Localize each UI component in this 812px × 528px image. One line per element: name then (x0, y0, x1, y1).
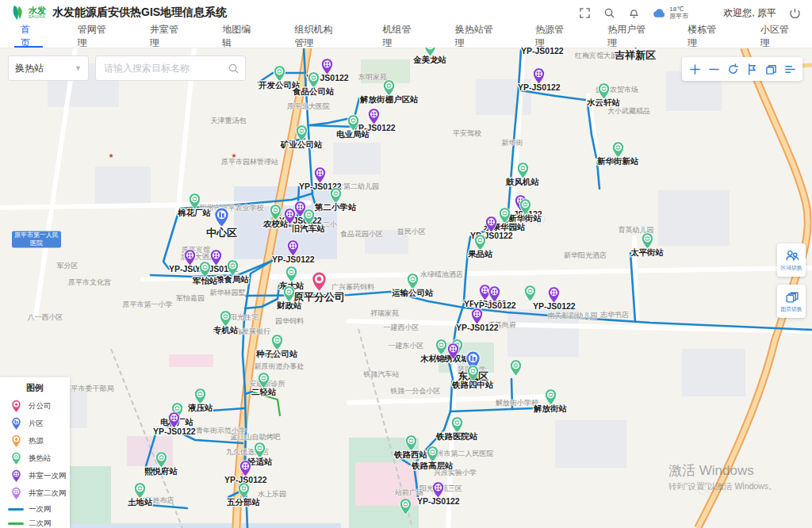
map-marker-station[interactable]: 粮食局站 (216, 259, 249, 285)
nav-tab[interactable]: 井室管理 (129, 25, 201, 48)
map-marker-well1[interactable]: YP-JS0122 (224, 460, 267, 484)
map-marker-station[interactable]: 电业局站 (336, 114, 370, 140)
map-marker-station[interactable] (399, 498, 412, 515)
map-marker-station[interactable]: 五分部站 (227, 482, 260, 508)
layer-list-button[interactable] (781, 60, 799, 78)
map-marker-station[interactable]: 果品站 (468, 234, 493, 260)
region-switch-button[interactable]: 区域切换 (777, 243, 806, 277)
map-marker-station[interactable]: 熙悦府站 (144, 451, 178, 477)
nav-tab[interactable]: 小区管理 (740, 25, 812, 48)
map-marker-station[interactable]: 水云轩站 (587, 82, 620, 109)
search-category-select[interactable]: 换热站 ▼ (8, 55, 89, 81)
map-marker-well1[interactable]: YP-JS0122 (533, 286, 576, 311)
basemap-label: 天津重汤包 (211, 116, 247, 126)
map-marker-station[interactable]: 金美龙站 (413, 48, 446, 66)
zoom-in-button[interactable] (686, 60, 703, 78)
map-marker-station[interactable]: 专机站 (213, 310, 239, 336)
map-marker-station[interactable]: 食品公司站 (293, 71, 335, 98)
map-marker-station[interactable]: 财政站 (277, 285, 302, 312)
layer-switch-button[interactable]: 图层切换 (777, 285, 806, 318)
logo: 水发 SHUIFA (11, 5, 46, 21)
legend-item: 井室一次网 (0, 467, 70, 484)
reset-view-button[interactable] (724, 60, 741, 78)
logout-icon[interactable] (789, 7, 801, 19)
map-marker-station[interactable] (509, 359, 523, 377)
basemap-label: 一建东小区 (389, 341, 424, 351)
map-marker-station[interactable]: 种子公司站 (256, 334, 298, 360)
legend-station-icon (8, 452, 24, 465)
map-marker-station[interactable]: 铁路医院站 (436, 416, 478, 442)
bell-icon[interactable] (628, 7, 640, 19)
map-marker-well1[interactable]: YP-JS0122 (518, 67, 561, 92)
legend-line-icon (8, 522, 24, 525)
nav-tab[interactable]: 组织机构管理 (274, 25, 362, 48)
map-marker-station[interactable]: 铁路四中站 (452, 365, 494, 391)
marker-label: 五分部站 (227, 497, 260, 508)
map-marker-station[interactable]: 土地站 (128, 482, 153, 508)
basemap-label: 新原街道办事处 (255, 362, 304, 372)
nav-tab[interactable]: 地图编辑 (201, 25, 274, 48)
map-marker-well1[interactable]: YP-JS0122 (473, 285, 516, 310)
people-icon (785, 249, 799, 262)
map-marker-station[interactable]: 新华街新站 (597, 141, 639, 167)
map-marker-station[interactable]: 矿业公司站 (281, 124, 323, 151)
map-toolbar (682, 57, 802, 81)
map-marker-station[interactable]: 解放街棚户区站 (360, 79, 419, 105)
map-marker-station[interactable]: 鼓风机站 (506, 162, 539, 188)
measure-button[interactable] (743, 60, 760, 78)
map-marker-well1[interactable]: YP-JS0122 (521, 48, 564, 55)
nav-tab[interactable]: 管网管理 (57, 25, 129, 48)
map-canvas[interactable]: 妙峰寺东明家苑原平北大医院天津重汤包红梅宾馆大厦盛美农贸市场大小武藏精品平安驾校… (0, 48, 812, 528)
legend-item-label: 片区 (29, 419, 44, 429)
nav-tab[interactable]: 楼栋管理 (667, 25, 739, 48)
nav-tab[interactable]: 机组管理 (362, 25, 435, 48)
marker-label: YP-JS0122 (518, 82, 561, 92)
marker-label: 解放街棚户区站 (360, 94, 419, 105)
map-marker-station[interactable]: 军怡站 (193, 261, 218, 287)
nav-tab[interactable]: 热源管理 (515, 25, 587, 48)
map-marker-station[interactable]: 二轻站 (251, 372, 277, 398)
nav-tab[interactable]: 热用户管理 (587, 25, 667, 48)
layers-icon (765, 63, 777, 75)
marker-label: 铁路医院站 (436, 431, 478, 442)
marker-label: 中心区 (206, 226, 237, 240)
map-marker-well1[interactable]: YP-JS0122 (417, 481, 460, 506)
map-marker-station[interactable]: 解放街站 (534, 388, 567, 415)
search-icon[interactable] (228, 63, 239, 74)
map-marker-station[interactable]: 铁路高层站 (412, 446, 454, 472)
map-marker-district[interactable]: 中心区 (206, 207, 237, 240)
marker-label: YP-JS0122 (456, 323, 499, 332)
stack-icon (785, 290, 799, 304)
map-marker-well1[interactable]: YP-JS0122 (456, 308, 499, 332)
zoom-out-button[interactable] (705, 60, 722, 78)
basemap-label: 原平市第一小学 (123, 300, 173, 310)
layer-list-icon (784, 63, 796, 75)
basemap-label: 水上乐园 (258, 489, 286, 499)
map-marker-station[interactable]: 运输公司站 (392, 273, 434, 299)
search-icon[interactable] (603, 7, 615, 19)
layers-button[interactable] (762, 60, 779, 78)
nav-tab[interactable]: 换热站管理 (435, 25, 515, 48)
basemap-label: 南关影剧幼儿园 (548, 311, 598, 321)
marker-label: 新华街新站 (597, 156, 639, 167)
marker-label: 水云轩站 (587, 98, 620, 109)
search-input[interactable] (102, 62, 228, 75)
legend-item-label: 换热站 (29, 453, 52, 464)
marker-label: 解放街站 (534, 404, 567, 415)
map-marker-district[interactable]: 吉祥新区 (615, 48, 656, 63)
basemap-label: 解放街小学校 (496, 398, 538, 408)
marker-label: YP-JS0122 (417, 496, 460, 506)
marker-label: 粮食局站 (216, 274, 249, 285)
basemap-label: 原平北大医院 (287, 101, 330, 112)
map-marker-station[interactable]: 旧汽车站 (292, 209, 325, 235)
basemap-label: 新华街 (502, 138, 523, 148)
map-marker-well1[interactable]: YP-JS0122 (272, 239, 315, 264)
weather-cloud-icon (653, 8, 666, 18)
marker-label: 食品公司站 (293, 86, 335, 98)
nav-tabs: 首页管网管理井室管理地图编辑组织机构管理机组管理换热站管理热源管理热用户管理楼栋… (0, 25, 812, 48)
nav-tab[interactable]: 首页 (0, 25, 57, 48)
map-marker-well1[interactable]: YP-JS0122 (153, 411, 196, 436)
basemap-label: 原平市文化宫 (68, 277, 111, 288)
map-marker-station[interactable]: 太平街站 (630, 232, 664, 258)
fullscreen-icon[interactable] (579, 7, 591, 19)
